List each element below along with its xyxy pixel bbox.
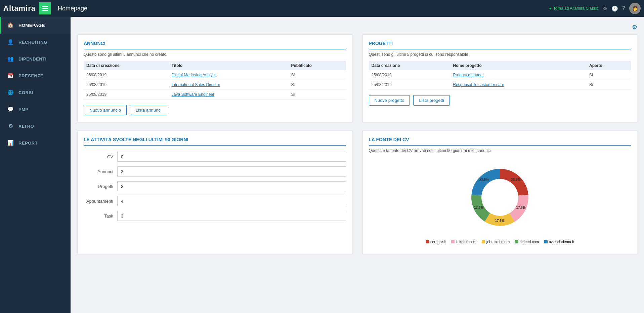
legend-item: corriere.it — [426, 240, 446, 244]
activity-row: Task — [84, 211, 346, 221]
activity-input[interactable] — [117, 211, 346, 221]
annunci-date: 25/08/2019 — [84, 80, 169, 90]
legend-item: aziendademo.it — [544, 240, 574, 244]
homepage-icon: 🏠 — [7, 22, 14, 29]
sidebar-item-label: PRESENZE — [18, 73, 43, 78]
nuovo-annuncio-button[interactable]: Nuovo annuncio — [84, 105, 127, 115]
corsi-icon: 🌐 — [7, 89, 14, 96]
fonte-cv-section: LA FONTE DEI CV Questa è la fonte dei CV… — [362, 130, 638, 254]
chart-label: 17.8% — [516, 206, 525, 209]
annunci-col-title: Titolo — [169, 61, 289, 70]
activity-row: Annunci — [84, 166, 346, 177]
sidebar-item-pmp[interactable]: 💬 PMP — [0, 101, 71, 118]
annunci-col-date: Data di creazione — [84, 61, 169, 70]
activity-form: CV Annunci Progetti Appuntamenti Task — [84, 148, 346, 229]
sidebar-item-altro[interactable]: ⚙ ALTRO — [0, 118, 71, 134]
annunci-published: Si — [288, 90, 346, 100]
annunci-link[interactable]: Java Software Engineer — [172, 92, 214, 97]
sidebar-item-homepage[interactable]: 🏠 HOMEPAGE — [0, 17, 71, 34]
sidebar-item-presenze[interactable]: 📅 PRESENZE — [0, 67, 71, 84]
progetti-open: Si — [587, 80, 631, 90]
activity-row: CV — [84, 152, 346, 162]
nuovo-progetto-button[interactable]: Nuovo progetto — [369, 95, 410, 106]
chart-label: 23.5% — [511, 178, 520, 182]
progetti-col-open: Aperto — [587, 61, 631, 70]
annunci-btn-row: Nuovo annuncio Lista annunci — [84, 105, 346, 115]
donut-center — [486, 184, 513, 211]
sidebar-item-corsi[interactable]: 🌐 CORSI — [0, 84, 71, 101]
activity-input[interactable] — [117, 196, 346, 206]
settings-icon-top: ⚙ — [77, 24, 637, 31]
legend-label: linkedin.com — [456, 240, 476, 244]
sidebar-item-label: HOMEPAGE — [18, 23, 45, 28]
annunci-link[interactable]: International Sales Director — [172, 82, 220, 87]
table-row: 25/08/2019 Java Software Engineer Si — [84, 90, 346, 100]
sidebar-item-label: ALTRO — [18, 124, 34, 129]
topbar-right: Torna ad Altamira Classic ⚙ 🕐 ? 👩 — [549, 3, 641, 14]
activity-label: Appuntamenti — [84, 199, 117, 204]
progetti-title: PROGETTI — [369, 41, 631, 49]
table-row: 25/08/2019 Digital Marketing Analyst Si — [84, 70, 346, 80]
activity-input[interactable] — [117, 181, 346, 191]
legend-dot — [426, 240, 429, 243]
legend-dot — [515, 240, 518, 243]
annunci-subtitle: Questo sono gli ultimi 5 annunci che ho … — [84, 52, 346, 57]
report-icon: 📊 — [7, 139, 14, 147]
sidebar-item-report[interactable]: 📊 REPORT — [0, 134, 71, 151]
progetti-date: 25/08/2019 — [369, 80, 450, 90]
sidebar-item-label: RECRUITING — [18, 40, 47, 45]
layout: 🏠 HOMEPAGE 👤 RECRUITING 👥 DIPENDENTI 📅 P… — [0, 17, 644, 313]
progetti-section: PROGETTI Questi sono gli ultimi 5 proget… — [362, 34, 638, 122]
fonte-cv-title: LA FONTE DEI CV — [369, 137, 631, 146]
activity-label: Progetti — [84, 184, 117, 189]
sidebar-item-recruiting[interactable]: 👤 RECRUITING — [0, 34, 71, 50]
legend-label: jobrapido.com — [486, 240, 510, 244]
clock-icon[interactable]: 🕐 — [611, 5, 618, 12]
progetti-link[interactable]: Responsabile customer care — [453, 82, 504, 87]
legend-label: indeed.com — [520, 240, 539, 244]
help-icon[interactable]: ? — [622, 5, 625, 11]
presenze-icon: 📅 — [7, 72, 14, 79]
two-col-grid: ANNUNCI Questo sono gli ultimi 5 annunci… — [77, 34, 637, 262]
progetti-col-date: Data creazione — [369, 61, 450, 70]
legend-item: linkedin.com — [451, 240, 476, 244]
progetti-link[interactable]: Product manager — [453, 73, 484, 77]
altro-icon: ⚙ — [7, 122, 14, 130]
recruiting-icon: 👤 — [7, 38, 14, 46]
annunci-section: ANNUNCI Questo sono gli ultimi 5 annunci… — [77, 34, 352, 122]
annunci-date: 25/08/2019 — [84, 70, 169, 80]
page-title: Homepage — [58, 5, 549, 12]
lista-annunci-button[interactable]: Lista annunci — [130, 105, 167, 115]
dipendenti-icon: 👥 — [7, 55, 14, 63]
annunci-table: Data di creazione Titolo Pubblicato 25/0… — [84, 61, 346, 100]
table-row: 25/08/2019 Product manager Si — [369, 70, 631, 80]
avatar[interactable]: 👩 — [629, 3, 641, 14]
annunci-published: Si — [288, 80, 346, 90]
annunci-date: 25/08/2019 — [84, 90, 169, 100]
annunci-col-published: Pubblicato — [288, 61, 346, 70]
activity-row: Appuntamenti — [84, 196, 346, 206]
table-row: 25/08/2019 International Sales Director … — [84, 80, 346, 90]
annunci-link[interactable]: Digital Marketing Analyst — [172, 73, 216, 77]
progetti-open: Si — [587, 70, 631, 80]
sidebar-item-label: REPORT — [18, 141, 38, 146]
legend-dot — [544, 240, 548, 243]
classic-link[interactable]: Torna ad Altamira Classic — [549, 6, 599, 11]
chart-container: 23.5%17.8%17.6%17.6%23.5% corriere.it li… — [369, 157, 631, 247]
sidebar-item-dipendenti[interactable]: 👥 DIPENDENTI — [0, 50, 71, 67]
activity-input[interactable] — [117, 152, 346, 162]
progetti-date: 25/08/2019 — [369, 70, 450, 80]
topbar: Altamira Homepage Torna ad Altamira Clas… — [0, 0, 644, 17]
settings-icon[interactable]: ⚙ — [603, 5, 607, 12]
menu-button[interactable] — [39, 2, 51, 14]
legend-label: corriere.it — [430, 240, 446, 244]
sidebar-item-label: DIPENDENTI — [18, 56, 47, 62]
lista-progetti-button[interactable]: Lista progetti — [413, 95, 449, 106]
activity-row: Progetti — [84, 181, 346, 191]
page-settings-gear[interactable]: ⚙ — [632, 24, 637, 31]
progetti-subtitle: Questi sono gli ultimi 5 progetti di cui… — [369, 52, 631, 57]
activity-label: Annunci — [84, 169, 117, 174]
chart-legend: corriere.it linkedin.com jobrapido.com i… — [426, 240, 574, 244]
activity-input[interactable] — [117, 166, 346, 177]
sidebar-item-label: CORSI — [18, 90, 33, 95]
